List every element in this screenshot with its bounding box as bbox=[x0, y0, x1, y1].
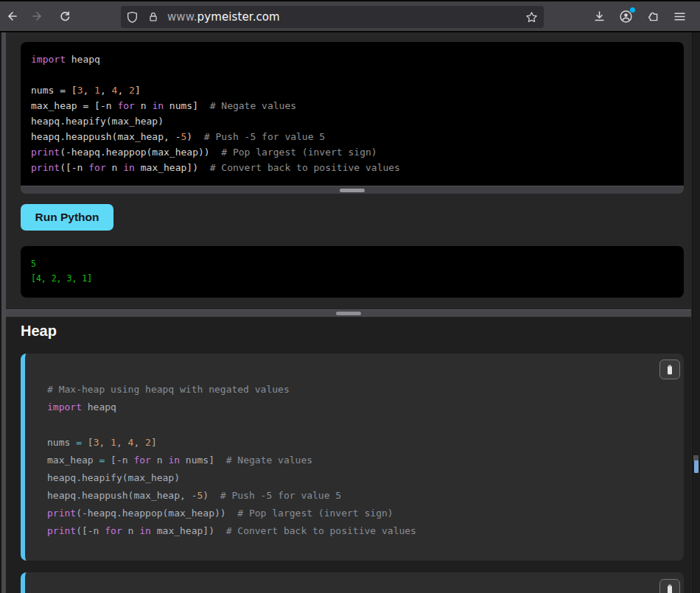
back-icon bbox=[5, 10, 18, 23]
code-line: nums = [3, 1, 4, 2] bbox=[47, 434, 684, 452]
account-button[interactable] bbox=[615, 5, 637, 27]
scrollbar-thumb[interactable] bbox=[694, 460, 699, 473]
clipboard-icon bbox=[664, 364, 676, 376]
doc-code-block bbox=[21, 572, 684, 593]
code-line: heapq.heappush(max_heap, -5) # Push -5 f… bbox=[47, 487, 684, 505]
output-console: 5 [4, 2, 3, 1] bbox=[21, 246, 684, 298]
code-line: import heapq bbox=[31, 52, 673, 67]
page-content: import heapq nums = [3, 1, 4, 2]max_heap… bbox=[0, 32, 700, 593]
editor-resize-strip[interactable] bbox=[21, 186, 684, 194]
url-text: www.pymeister.com bbox=[167, 10, 280, 24]
puzzle-icon bbox=[646, 10, 659, 23]
forward-icon bbox=[31, 10, 44, 23]
docs-heading: Heap bbox=[21, 323, 57, 340]
copy-button[interactable] bbox=[659, 579, 680, 593]
doc-code bbox=[25, 572, 684, 593]
account-badge bbox=[630, 7, 635, 13]
code-line: heapq.heapify(max_heap) bbox=[47, 469, 684, 487]
menu-button[interactable] bbox=[668, 5, 690, 27]
section-resize-grip[interactable] bbox=[336, 312, 361, 315]
doc-code: # Max-heap using heapq with negated valu… bbox=[25, 354, 684, 540]
editor-resize-grip[interactable] bbox=[340, 189, 365, 192]
run-python-button[interactable]: Run Python bbox=[21, 204, 113, 231]
reload-button[interactable] bbox=[54, 5, 76, 27]
code-line: print(-heapq.heappop(max_heap)) # Pop la… bbox=[47, 505, 684, 522]
bookmark-star-icon[interactable] bbox=[522, 8, 540, 26]
section-resize-divider[interactable] bbox=[6, 309, 691, 317]
editor-code[interactable]: import heapq nums = [3, 1, 4, 2]max_heap… bbox=[21, 42, 684, 185]
url-bar[interactable]: www.pymeister.com bbox=[121, 6, 544, 28]
code-line bbox=[31, 67, 673, 83]
download-icon bbox=[593, 10, 606, 23]
browser-chrome: www.pymeister.com bbox=[0, 0, 700, 32]
doc-code-block: # Max-heap using heapq with negated valu… bbox=[21, 354, 684, 561]
code-line: print([-n for n in max_heap]) # Convert … bbox=[31, 160, 673, 175]
copy-button[interactable] bbox=[659, 359, 680, 379]
back-button[interactable] bbox=[1, 5, 23, 27]
code-line bbox=[47, 416, 684, 434]
code-line: print([-n for n in max_heap]) # Convert … bbox=[47, 522, 684, 540]
code-line: nums = [3, 1, 4, 2] bbox=[31, 83, 673, 98]
extensions-button[interactable] bbox=[642, 5, 664, 27]
code-line: max_heap = [-n for n in nums] # Negate v… bbox=[47, 452, 684, 469]
downloads-button[interactable] bbox=[588, 5, 610, 27]
clipboard-icon bbox=[664, 583, 676, 593]
output-line: 5 bbox=[31, 257, 673, 272]
output-line: [4, 2, 3, 1] bbox=[31, 272, 673, 287]
code-editor[interactable]: import heapq nums = [3, 1, 4, 2]max_heap… bbox=[21, 42, 684, 194]
shield-icon[interactable] bbox=[126, 11, 139, 24]
code-line: import heapq bbox=[47, 399, 684, 416]
code-line: # Max-heap using heapq with negated valu… bbox=[47, 381, 684, 399]
code-line: heapq.heapify(max_heap) bbox=[31, 113, 673, 129]
code-line: max_heap = [-n for n in nums] # Negate v… bbox=[31, 98, 673, 113]
lock-icon[interactable] bbox=[147, 11, 159, 23]
reload-icon bbox=[59, 10, 71, 23]
browser-toolbar: www.pymeister.com bbox=[0, 1, 700, 31]
forward-button[interactable] bbox=[27, 5, 49, 27]
scrollbar-track[interactable] bbox=[692, 32, 700, 593]
code-line: heapq.heappush(max_heap, -5) # Push -5 f… bbox=[31, 129, 673, 144]
docs-panel: Heap # Max-heap using heapq with negated… bbox=[6, 317, 691, 593]
hamburger-icon bbox=[673, 10, 686, 23]
code-line: print(-heapq.heappop(max_heap)) # Pop la… bbox=[31, 144, 673, 160]
